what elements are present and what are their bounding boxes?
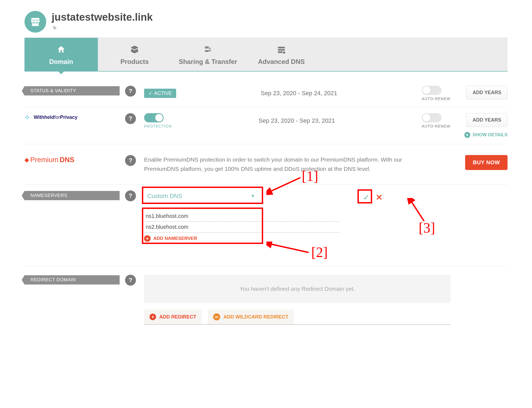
infinity-icon: ∞ — [213, 313, 220, 320]
tab-bar: Domain Products Sharing & Transfer Advan… — [24, 38, 508, 72]
add-nameserver-button[interactable]: + ADD NAMESERVER — [144, 235, 450, 242]
cancel-button[interactable]: ✕ — [376, 193, 382, 202]
tab-domain-label: Domain — [24, 58, 98, 66]
tag-icon[interactable]: + — [52, 26, 508, 32]
auto-renew-label: AUTO-RENEW — [422, 97, 450, 101]
nameservers-row: NAMESERVERS ? Custom DNS ▼ + ADD NAMESER… — [24, 184, 508, 267]
status-row: STATUS & VALIDITY ? ✓ ACTIVE Sep 23, 202… — [24, 80, 508, 107]
server-gear-icon — [245, 45, 318, 55]
privacy-auto-renew-label: AUTO-RENEW — [422, 124, 450, 128]
privacy-dates: Sep 23, 2020 - Sep 23, 2021 — [259, 117, 335, 124]
privacy-row: WithheldforPrivacy ? PROTECTION Sep 23, … — [24, 107, 508, 144]
show-details-link[interactable]: ▾ SHOW DETAILS — [464, 132, 508, 138]
page-container: justatestwebsite.link + Domain Products … — [0, 0, 532, 342]
premiumdns-row: ◆ PremiumDNS ? Enable PremiumDNS protect… — [24, 144, 508, 184]
svg-line-2 — [269, 244, 309, 252]
annotation-2: [2] — [311, 244, 328, 260]
shop-icon — [24, 11, 46, 33]
domain-title: justatestwebsite.link — [52, 11, 508, 23]
active-badge: ✓ ACTIVE — [144, 89, 176, 98]
help-icon[interactable]: ? — [125, 190, 136, 201]
buy-now-button[interactable]: BUY NOW — [465, 155, 508, 170]
auto-renew-toggle[interactable] — [422, 86, 441, 95]
tab-products-label: Products — [98, 58, 171, 66]
tab-advanced-dns[interactable]: Advanced DNS — [245, 38, 318, 71]
help-icon[interactable]: ? — [125, 155, 136, 166]
home-icon — [24, 45, 98, 55]
add-redirect-button[interactable]: + ADD REDIRECT — [144, 310, 202, 324]
confirm-button[interactable]: ✓ — [361, 192, 371, 203]
page-header: justatestwebsite.link + — [24, 11, 508, 33]
redirect-empty-message: You haven't defined any Redirect Domain … — [144, 275, 450, 303]
check-icon: ✓ — [148, 90, 153, 96]
dns-type-select[interactable]: Custom DNS ▼ — [144, 190, 258, 202]
chevron-down-icon: ▼ — [251, 194, 255, 199]
tab-advanced-label: Advanced DNS — [245, 58, 318, 66]
protection-toggle[interactable] — [144, 113, 164, 122]
premiumdns-description: Enable PremiumDNS protection in order to… — [144, 155, 421, 173]
nameservers-label: NAMESERVERS — [24, 191, 120, 200]
privacy-add-years-button[interactable]: ADD YEARS — [466, 113, 508, 127]
premiumdns-logo: ◆ PremiumDNS — [24, 156, 120, 164]
help-icon[interactable]: ? — [125, 113, 136, 124]
privacy-auto-renew-toggle[interactable] — [422, 113, 441, 122]
status-label: STATUS & VALIDITY — [24, 86, 120, 95]
help-icon[interactable]: ? — [125, 275, 136, 286]
chevron-down-icon: ▾ — [464, 132, 470, 138]
sharing-icon — [171, 45, 245, 55]
add-years-button[interactable]: ADD YEARS — [466, 86, 508, 100]
diamond-icon: ◆ — [24, 156, 29, 163]
plus-icon: + — [150, 314, 156, 320]
add-wildcard-redirect-button[interactable]: ∞ ADD WILDCARD REDIRECT — [208, 310, 294, 324]
nameserver-2-input[interactable] — [144, 222, 340, 233]
tab-sharing[interactable]: Sharing & Transfer — [171, 38, 245, 71]
privacy-dots-icon — [24, 114, 32, 121]
help-icon[interactable]: ? — [125, 86, 136, 97]
tab-products[interactable]: Products — [98, 38, 171, 71]
package-icon — [98, 45, 171, 55]
nameserver-1-input[interactable] — [144, 211, 340, 222]
redirect-row: REDIRECT DOMAIN ? You haven't defined an… — [24, 267, 508, 331]
annotation-arrow-2 — [266, 242, 310, 258]
plus-icon: + — [144, 235, 151, 242]
tab-sharing-label: Sharing & Transfer — [171, 58, 245, 66]
svg-text:+: + — [56, 26, 57, 28]
protection-label: PROTECTION — [144, 124, 172, 128]
redirect-label: REDIRECT DOMAIN — [24, 275, 120, 285]
tab-domain[interactable]: Domain — [24, 38, 98, 71]
dns-select-value: Custom DNS — [147, 193, 182, 200]
privacy-logo: WithheldforPrivacy — [24, 114, 120, 121]
status-dates: Sep 23, 2020 - Sep 24, 2021 — [261, 90, 337, 97]
nameserver-confirm-group: ✓ ✕ — [361, 192, 382, 203]
